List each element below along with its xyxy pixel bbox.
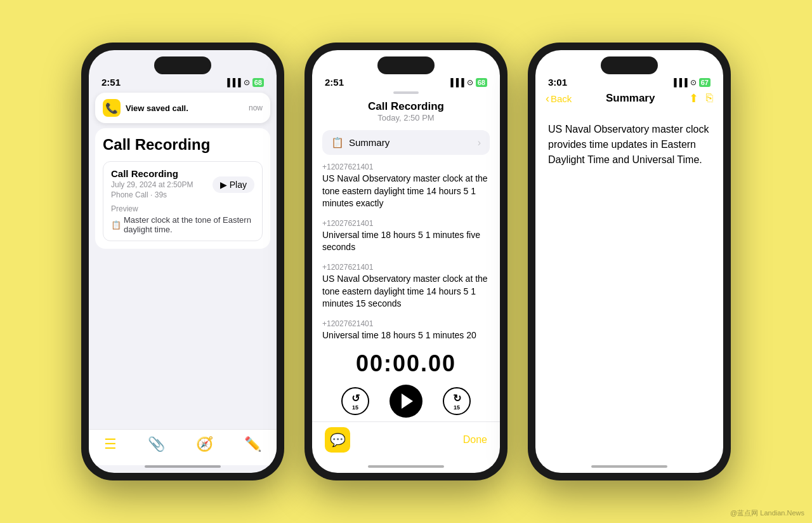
notif-title: View saved call.	[126, 103, 188, 113]
dynamic-island-1	[154, 56, 211, 74]
nav-actions: ⬆ ⎘	[689, 91, 713, 105]
status-icons-2: ▐▐▐ ⊙ 68	[448, 78, 487, 87]
back-label: Back	[551, 93, 572, 104]
transcript-text-1: US Naval Observatory master clock at the…	[322, 173, 490, 210]
phone2-header: Call Recording Today, 2:50 PM	[312, 98, 500, 128]
chevron-right-icon: ›	[478, 137, 481, 149]
transcript-text-4: Universal time 18 hours 5 1 minutes 20 s…	[322, 329, 490, 343]
status-time-1: 2:51	[102, 77, 121, 88]
tab-bar-1: ☰ 📎 🧭 ✏️	[89, 429, 277, 465]
status-bar-3: 3:01 ▐▐▐ ⊙ 67	[535, 74, 723, 88]
home-indicator-1	[145, 465, 221, 468]
feedback-button[interactable]: 💬	[325, 427, 350, 453]
transcript-phone-1: +12027621401	[322, 162, 490, 171]
transcript-entry-3: +12027621401 US Naval Observatory master…	[322, 263, 490, 310]
status-time-2: 2:51	[325, 77, 344, 88]
status-icons-1: ▐▐▐ ⊙ 68	[225, 78, 264, 87]
transcript-text-2: Universal time 18 hours 5 1 minutes five…	[322, 229, 490, 254]
transcript-entry-4: +12027621401 Universal time 18 hours 5 1…	[322, 319, 490, 343]
status-icons-3: ▐▐▐ ⊙ 67	[671, 78, 710, 87]
phone3-nav-title: Summary	[606, 92, 655, 105]
player-time: 00:00.00	[312, 350, 500, 377]
phone-2-screen: 2:51 ▐▐▐ ⊙ 68 Call Recording Today, 2:50…	[312, 50, 500, 473]
summary-pill-left: 📋 Summary	[331, 136, 390, 149]
copy-icon[interactable]: ⎘	[706, 91, 713, 105]
sheet-handle	[393, 91, 419, 94]
call-record-meta: Phone Call · 39s	[111, 190, 193, 199]
preview-label: Preview	[111, 204, 254, 213]
phone3-nav: ‹ Back Summary ⬆ ⎘	[535, 88, 723, 109]
phone1-page-title: Call Recording	[103, 136, 263, 154]
feedback-icon: 💬	[330, 432, 346, 447]
transcript-phone-3: +12027621401	[322, 263, 490, 272]
play-icon-triangle	[402, 394, 413, 409]
transcript-phone-2: +12027621401	[322, 219, 490, 228]
transcript-text-3: US Naval Observatory master clock at the…	[322, 273, 490, 310]
skip-back-icon: ↺	[351, 392, 360, 404]
home-indicator-2	[368, 465, 444, 468]
preview-content: Master clock at the tone of Eastern dayl…	[124, 215, 254, 234]
home-indicator-3	[591, 465, 667, 468]
summary-body: US Naval Observatory master clock provid…	[535, 109, 723, 465]
notification-banner[interactable]: 📞 View saved call. now	[95, 93, 270, 123]
skip-forward-label: 15	[454, 404, 460, 411]
transcript-area: +12027621401 US Naval Observatory master…	[312, 157, 500, 343]
dynamic-island-2	[377, 56, 435, 74]
phones-container: 2:51 ▐▐▐ ⊙ 68 📞 View saved call. now Cal…	[81, 43, 731, 480]
phone2-subtitle: Today, 2:50 PM	[312, 113, 500, 122]
call-record-date: July 29, 2024 at 2:50PM	[111, 180, 193, 189]
audio-player: 00:00.00 ↺ 15 ↻ 15	[312, 343, 500, 421]
battery-icon-3: 67	[699, 78, 710, 87]
skip-back-button[interactable]: ↺ 15	[341, 387, 369, 415]
status-time-3: 3:01	[548, 77, 567, 88]
skip-forward-button[interactable]: ↻ 15	[443, 387, 471, 415]
play-button[interactable]: ▶ Play	[213, 176, 254, 193]
transcript-phone-4: +12027621401	[322, 319, 490, 328]
status-bar-2: 2:51 ▐▐▐ ⊙ 68	[312, 74, 500, 88]
summary-pill-icon: 📋	[331, 136, 344, 149]
tab-list-icon[interactable]: ☰	[104, 436, 117, 453]
play-icon: ▶	[220, 180, 227, 190]
wifi-icon-3: ⊙	[690, 78, 697, 87]
signal-icon-2: ▐▐▐	[448, 78, 464, 87]
wifi-icon-2: ⊙	[467, 78, 473, 87]
battery-icon-1: 68	[252, 78, 264, 87]
battery-icon-2: 68	[476, 78, 487, 87]
tab-edit-icon[interactable]: ✏️	[244, 436, 261, 453]
phone-1-screen: 2:51 ▐▐▐ ⊙ 68 📞 View saved call. now Cal…	[89, 50, 277, 473]
share-icon[interactable]: ⬆	[689, 91, 698, 105]
wifi-icon-1: ⊙	[244, 78, 250, 87]
phone-3: 3:01 ▐▐▐ ⊙ 67 ‹ Back Summary ⬆ ⎘	[528, 43, 731, 480]
summary-pill[interactable]: 📋 Summary ›	[322, 130, 490, 155]
phone1-main-content: Call Recording Call Recording July 29, 2…	[95, 128, 270, 249]
notif-content: View saved call.	[126, 102, 244, 114]
preview-text: 📋 Master clock at the tone of Eastern da…	[111, 215, 254, 234]
call-record-title: Call Recording	[111, 168, 193, 179]
status-bar-1: 2:51 ▐▐▐ ⊙ 68	[89, 74, 277, 88]
summary-pill-label: Summary	[349, 137, 390, 148]
play-label: Play	[230, 180, 247, 190]
done-button[interactable]: Done	[463, 434, 487, 446]
dynamic-island-3	[601, 56, 658, 74]
watermark: @蓝点网 Landian.News	[730, 508, 804, 518]
notif-app-icon: 📞	[103, 99, 121, 117]
signal-icon-1: ▐▐▐	[225, 78, 241, 87]
phone-1: 2:51 ▐▐▐ ⊙ 68 📞 View saved call. now Cal…	[81, 43, 284, 480]
chevron-left-icon: ‹	[546, 92, 549, 105]
preview-icon: 📋	[111, 220, 121, 230]
tab-paperclip-icon[interactable]: 📎	[148, 436, 165, 453]
summary-body-text: US Naval Observatory master clock provid…	[548, 122, 710, 168]
skip-back-label: 15	[352, 404, 358, 411]
skip-forward-icon: ↻	[453, 392, 461, 404]
phone2-title: Call Recording	[312, 100, 500, 113]
phone-2: 2:51 ▐▐▐ ⊙ 68 Call Recording Today, 2:50…	[304, 43, 508, 480]
signal-icon-3: ▐▐▐	[671, 78, 688, 87]
notif-time: now	[249, 103, 263, 112]
player-controls: ↺ 15 ↻ 15	[312, 385, 500, 418]
tab-compass-icon[interactable]: 🧭	[196, 436, 213, 453]
back-button[interactable]: ‹ Back	[546, 92, 572, 105]
call-record-card: Call Recording July 29, 2024 at 2:50PM P…	[103, 161, 263, 241]
play-pause-button[interactable]	[390, 385, 422, 418]
call-record-info: Call Recording July 29, 2024 at 2:50PM P…	[111, 168, 193, 201]
phone-3-screen: 3:01 ▐▐▐ ⊙ 67 ‹ Back Summary ⬆ ⎘	[535, 50, 723, 473]
